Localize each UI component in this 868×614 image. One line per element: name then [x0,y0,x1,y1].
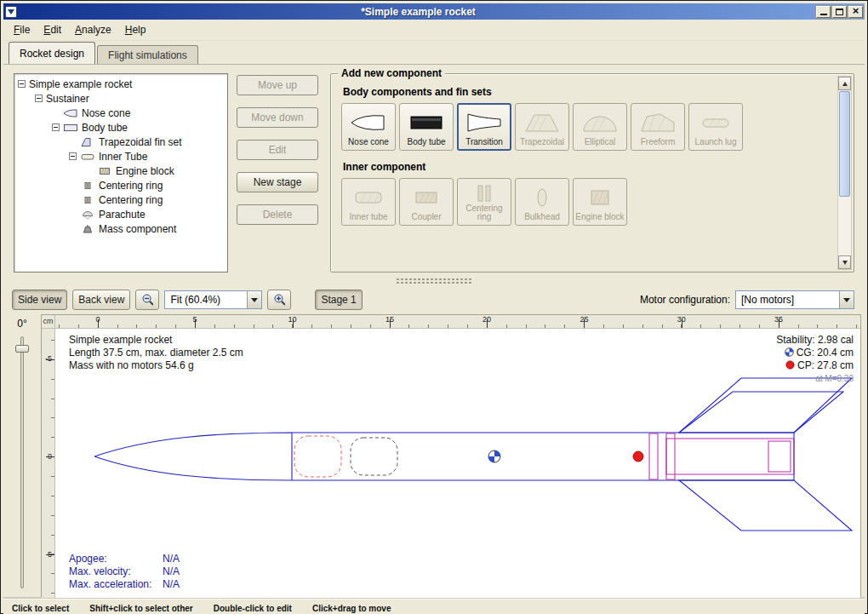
delete-button[interactable]: Delete [237,204,318,225]
zoom-out-icon [141,293,153,307]
add-centering-ring-button[interactable]: Centering ring [457,178,511,226]
add-elliptical-fin-button[interactable]: Elliptical [573,103,627,151]
add-engine-block-button[interactable]: Engine block [573,178,627,226]
tab-flight-simulations[interactable]: Flight simulations [97,45,198,64]
menu-help[interactable]: Help [118,20,153,39]
hint-shift-click: Shift+click to select other [89,604,192,613]
bulkhead-icon [523,182,561,213]
add-nose-cone-button[interactable]: Nose cone [341,103,396,151]
horizontal-ruler: 0 5 10 15 20 25 30 35 [55,315,860,329]
nose-cone-icon [63,108,78,118]
window-title: *Simple example rocket [20,4,816,20]
chevron-down-icon[interactable] [247,291,261,308]
inner-tube-icon [350,182,387,213]
rocket-body-outline[interactable] [94,433,794,480]
slider-handle[interactable] [15,345,29,353]
collapse-icon[interactable] [52,123,60,131]
zoom-in-button[interactable] [267,290,291,310]
rotation-control: 0° [3,314,41,599]
tab-bar: Rocket design Flight simulations [3,41,865,64]
scroll-down-arrow-icon[interactable] [838,255,851,269]
cg-marker [488,450,500,462]
add-transition-button[interactable]: Transition [457,103,511,151]
side-view-button[interactable]: Side view [12,290,67,310]
move-up-button[interactable]: Move up [237,75,318,95]
centering-ring-icon [80,195,95,205]
parachute-icon [80,209,95,220]
app-icon[interactable] [5,6,17,18]
tree-item-body-tube[interactable]: Body tube [14,120,227,135]
collapse-icon[interactable] [69,152,77,160]
status-bar: Click to select Shift+click to select ot… [3,599,865,614]
maximize-button[interactable] [832,6,847,18]
centering-ring-icon [465,182,503,204]
inner-tube-assembly-outline[interactable] [649,433,794,479]
hint-click-drag: Click+drag to move [312,604,391,613]
tree-item-sustainer[interactable]: Sustainer [14,91,227,106]
mach-condition: at M=0.30 [776,372,854,385]
rotation-slider[interactable] [14,336,31,588]
menu-file[interactable]: File [7,20,37,39]
add-inner-tube-button[interactable]: Inner tube [341,178,396,226]
group-title: Add new component [338,67,445,79]
back-view-button[interactable]: Back view [72,290,130,310]
tree-item-rocket[interactable]: Simple example rocket [14,77,227,91]
tree-item-inner-tube[interactable]: Inner Tube [14,149,227,164]
trapezoidal-fin-icon [523,107,561,138]
stability-value: Stability: 2.98 cal [776,334,854,347]
divider-grip-icon [396,278,472,284]
tree-item-engine-block[interactable]: Engine block [14,164,227,178]
slider-track[interactable] [20,336,24,588]
transition-icon [465,107,503,138]
tree-item-fin-set[interactable]: Trapezoidal fin set [14,135,227,149]
add-new-component-group: Add new component Body components and fi… [330,73,854,273]
parachute-outline[interactable] [294,436,341,477]
add-trapezoidal-fin-button[interactable]: Trapezoidal [515,103,569,151]
move-down-button[interactable]: Move down [237,107,318,128]
motor-configuration-select[interactable]: [No motors] [735,290,854,309]
minimize-button[interactable] [816,6,831,18]
scroll-up-arrow-icon[interactable] [838,77,851,90]
body-tube-icon [63,123,78,133]
engine-block-icon [581,182,619,213]
add-coupler-button[interactable]: Coupler [399,178,454,226]
split-pane-divider[interactable] [3,276,865,285]
titlebar[interactable]: *Simple example rocket [3,3,865,20]
mass-component-outline[interactable] [351,438,397,475]
add-bulkhead-button[interactable]: Bulkhead [515,178,569,226]
cg-legend-icon [785,347,794,357]
inner-component-label: Inner component [343,161,833,173]
tree-item-mass-component[interactable]: Mass component [14,221,227,236]
rocket-drawing-canvas[interactable]: Simple example rocket Length 37.5 cm, ma… [55,329,860,598]
collapse-icon[interactable] [35,95,43,102]
menu-analyze[interactable]: Analyze [68,20,118,39]
add-launch-lug-button[interactable]: Launch lug [688,103,743,151]
zoom-select[interactable]: Fit (60.4%) [164,290,262,309]
application-window: *Simple example rocket File Edit Analyze… [0,0,868,614]
tab-rocket-design[interactable]: Rocket design [9,42,95,64]
zoom-out-button[interactable] [135,290,159,310]
add-body-tube-button[interactable]: Body tube [399,103,454,151]
tree-item-parachute[interactable]: Parachute [14,207,227,221]
motor-configuration-label: Motor configuration: [640,294,730,306]
close-button[interactable] [848,6,863,18]
fin-set-icon [80,137,95,147]
collapse-icon[interactable] [18,80,26,88]
menu-edit[interactable]: Edit [37,20,68,39]
tree-item-centering-ring-2[interactable]: Centering ring [14,192,227,207]
cp-marker [633,451,643,462]
component-panel-scrollbar[interactable] [837,76,852,270]
chevron-down-icon[interactable] [839,291,854,308]
hint-double-click: Double-click to edit [214,604,292,613]
body-components-label: Body components and fin sets [343,86,833,98]
edit-button[interactable]: Edit [237,140,318,160]
new-stage-button[interactable]: New stage [237,172,318,192]
mass-icon [80,224,95,234]
tree-item-centering-ring-1[interactable]: Centering ring [14,178,227,192]
stage-1-toggle[interactable]: Stage 1 [315,290,362,310]
add-freeform-fin-button[interactable]: Freeform [631,103,685,151]
inner-tube-icon [80,152,95,162]
fin-set-outline[interactable] [679,378,852,531]
scrollbar-thumb[interactable] [839,91,850,197]
tree-item-nose-cone[interactable]: Nose cone [14,106,227,120]
